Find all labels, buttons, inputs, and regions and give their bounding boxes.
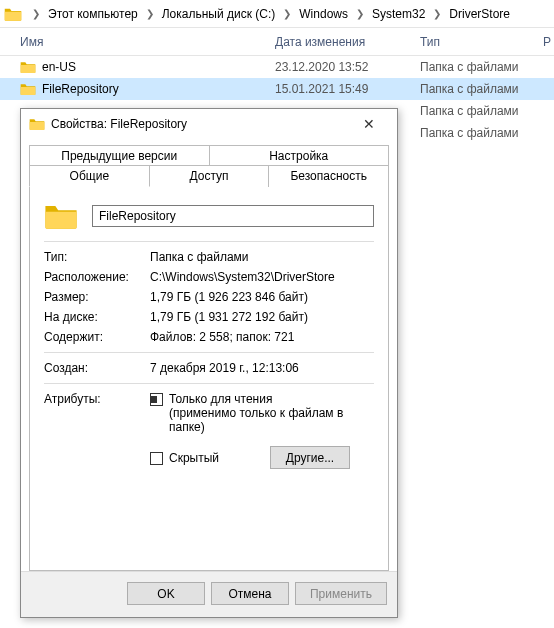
value-created: 7 декабря 2019 г., 12:13:06 xyxy=(150,361,374,375)
item-type: Папка с файлами xyxy=(420,104,554,118)
item-date: 15.01.2021 15:49 xyxy=(275,82,420,96)
breadcrumb-item[interactable]: DriverStore xyxy=(447,7,512,21)
chevron-right-icon: ❯ xyxy=(26,8,46,19)
label-location: Расположение: xyxy=(44,270,150,284)
column-header-extra[interactable]: Р xyxy=(540,35,554,49)
breadcrumb[interactable]: ❯ Этот компьютер ❯ Локальный диск (C:) ❯… xyxy=(0,0,554,28)
item-name: FileRepository xyxy=(42,82,119,96)
close-icon: ✕ xyxy=(363,116,375,132)
chevron-right-icon: ❯ xyxy=(427,8,447,19)
label-size: Размер: xyxy=(44,290,150,304)
column-header-date[interactable]: Дата изменения xyxy=(275,35,420,49)
label-type: Тип: xyxy=(44,250,150,264)
checkbox-hidden-label: Скрытый xyxy=(169,451,219,465)
tab-sharing[interactable]: Доступ xyxy=(150,165,270,187)
item-name: en-US xyxy=(42,60,76,74)
tab-general[interactable]: Общие xyxy=(29,165,150,187)
folder-icon xyxy=(20,82,36,96)
breadcrumb-item[interactable]: Локальный диск (C:) xyxy=(160,7,278,21)
item-type: Папка с файлами xyxy=(420,60,554,74)
tab-customize[interactable]: Настройка xyxy=(210,145,390,166)
breadcrumb-item[interactable]: System32 xyxy=(370,7,427,21)
chevron-right-icon: ❯ xyxy=(277,8,297,19)
cancel-button[interactable]: Отмена xyxy=(211,582,289,605)
tab-general-body: Тип: Папка с файлами Расположение: C:\Wi… xyxy=(29,186,389,571)
item-type: Папка с файлами xyxy=(420,126,554,140)
checkbox-hidden[interactable]: Скрытый xyxy=(150,451,270,465)
label-size-on-disk: На диске: xyxy=(44,310,150,324)
label-attributes: Атрибуты: xyxy=(44,392,150,406)
folder-icon xyxy=(4,6,22,22)
folder-icon xyxy=(29,117,45,131)
folder-name-input[interactable] xyxy=(92,205,374,227)
tab-strip: Предыдущие версии Настройка Общие Доступ… xyxy=(21,139,397,571)
breadcrumb-item[interactable]: Windows xyxy=(297,7,350,21)
value-size: 1,79 ГБ (1 926 223 846 байт) xyxy=(150,290,374,304)
other-attributes-button[interactable]: Другие... xyxy=(270,446,350,469)
value-size-on-disk: 1,79 ГБ (1 931 272 192 байт) xyxy=(150,310,374,324)
dialog-button-row: OK Отмена Применить xyxy=(21,571,397,617)
apply-button[interactable]: Применить xyxy=(295,582,387,605)
value-type: Папка с файлами xyxy=(150,250,374,264)
chevron-right-icon: ❯ xyxy=(140,8,160,19)
checkbox-readonly-label: Только для чтения (применимо только к фа… xyxy=(169,392,374,434)
checkbox-icon xyxy=(150,393,163,406)
tab-security[interactable]: Безопасность xyxy=(269,165,389,187)
close-button[interactable]: ✕ xyxy=(349,110,389,138)
value-location: C:\Windows\System32\DriverStore xyxy=(150,270,374,284)
list-item[interactable]: FileRepository 15.01.2021 15:49 Папка с … xyxy=(0,78,554,100)
breadcrumb-item[interactable]: Этот компьютер xyxy=(46,7,140,21)
item-type: Папка с файлами xyxy=(420,82,554,96)
checkbox-readonly[interactable]: Только для чтения (применимо только к фа… xyxy=(150,392,374,434)
column-header-type[interactable]: Тип xyxy=(420,35,540,49)
value-contains: Файлов: 2 558; папок: 721 xyxy=(150,330,374,344)
tab-previous-versions[interactable]: Предыдущие версии xyxy=(29,145,210,166)
column-headers: Имя Дата изменения Тип Р xyxy=(0,28,554,56)
checkbox-icon xyxy=(150,452,163,465)
list-item[interactable]: en-US 23.12.2020 13:52 Папка с файлами xyxy=(0,56,554,78)
item-date: 23.12.2020 13:52 xyxy=(275,60,420,74)
dialog-titlebar[interactable]: Свойства: FileRepository ✕ xyxy=(21,109,397,139)
column-header-name[interactable]: Имя xyxy=(0,35,275,49)
properties-dialog: Свойства: FileRepository ✕ Предыдущие ве… xyxy=(20,108,398,618)
chevron-right-icon: ❯ xyxy=(350,8,370,19)
label-contains: Содержит: xyxy=(44,330,150,344)
folder-icon xyxy=(20,60,36,74)
folder-icon xyxy=(44,201,78,231)
label-created: Создан: xyxy=(44,361,150,375)
dialog-title: Свойства: FileRepository xyxy=(45,117,349,131)
ok-button[interactable]: OK xyxy=(127,582,205,605)
